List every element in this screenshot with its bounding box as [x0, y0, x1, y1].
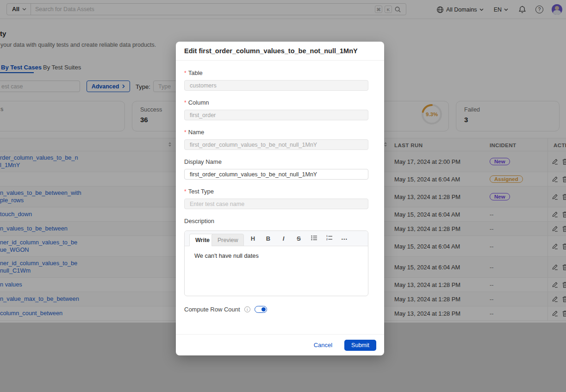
required-asterisk: * — [184, 100, 187, 106]
italic-icon[interactable]: I — [280, 235, 287, 242]
strikethrough-icon[interactable]: S — [295, 235, 302, 242]
test-type-field-input: Enter test case name — [184, 199, 368, 209]
column-field-label: *Column — [184, 99, 209, 106]
required-asterisk: * — [184, 188, 187, 195]
app-window: All Search for Data Assets ⌘ K All Domai… — [0, 0, 566, 392]
description-editor: Write Preview H B I S 12 ⋯ We can't have… — [184, 230, 368, 296]
display-name-field-label: Display Name — [184, 158, 222, 165]
submit-button[interactable]: Submit — [344, 340, 376, 351]
more-icon[interactable]: ⋯ — [341, 235, 348, 243]
cancel-button[interactable]: Cancel — [314, 342, 332, 348]
display-name-field-input[interactable]: first_order_column_values_to_be_not_null… — [184, 169, 368, 180]
modal-title: Edit first_order_column_values_to_be_not… — [176, 42, 384, 61]
name-field-label: *Name — [184, 129, 204, 136]
edit-test-case-modal: Edit first_order_column_values_to_be_not… — [176, 42, 384, 355]
test-type-field-label: *Test Type — [184, 188, 214, 195]
description-textarea[interactable]: We can't have null dates — [185, 246, 368, 259]
svg-text:1: 1 — [326, 235, 328, 237]
required-asterisk: * — [184, 129, 187, 136]
compute-row-count-label: Compute Row Count — [184, 306, 240, 313]
table-field-input: customers — [184, 80, 368, 91]
heading-icon[interactable]: H — [249, 235, 256, 242]
numbered-list-icon[interactable]: 12 — [326, 235, 333, 242]
bullet-list-icon[interactable] — [311, 235, 317, 242]
editor-toolbar: Write Preview H B I S 12 ⋯ — [185, 231, 368, 246]
bold-icon[interactable]: B — [265, 235, 272, 242]
column-field-input: first_order — [184, 110, 368, 120]
editor-tab-preview[interactable]: Preview — [211, 234, 244, 246]
svg-text:2: 2 — [326, 238, 328, 241]
description-field-label: Description — [184, 218, 214, 224]
modal-footer: Cancel Submit — [176, 334, 384, 355]
info-icon[interactable]: i — [244, 306, 250, 312]
compute-row-count-toggle[interactable] — [255, 306, 267, 313]
table-field-label: *Table — [184, 69, 203, 76]
required-asterisk: * — [184, 70, 187, 76]
name-field-input: first_order_column_values_to_be_not_null… — [184, 139, 368, 150]
